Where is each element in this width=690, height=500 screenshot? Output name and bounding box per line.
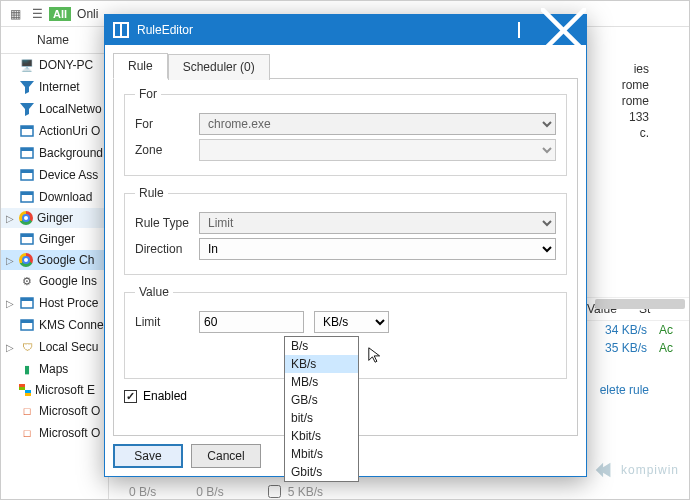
tree-item-label: Ginger	[39, 232, 75, 246]
tab-bar: Rule Scheduler (0)	[113, 53, 578, 79]
tree-item[interactable]: 🖥️DONY-PC	[1, 54, 108, 76]
rate-cell: 0 B/s	[129, 485, 156, 499]
tree-item-label: Download	[39, 190, 92, 204]
tree-item-label: Internet	[39, 80, 80, 94]
limit-input[interactable]	[199, 311, 304, 333]
tree-item[interactable]: Internet	[1, 76, 108, 98]
tab-scheduler[interactable]: Scheduler (0)	[168, 54, 270, 80]
tree-item-label: Background	[39, 146, 103, 160]
unit-option[interactable]: bit/s	[285, 409, 358, 427]
tree-item[interactable]: ▷🛡Local Secu	[1, 336, 108, 358]
status-cell: Ac	[659, 341, 679, 355]
unit-option[interactable]: Gbit/s	[285, 463, 358, 481]
svg-rect-3	[21, 148, 33, 151]
for-label: For	[135, 117, 199, 131]
rule-type-select[interactable]: Limit	[199, 212, 556, 234]
svg-rect-1	[21, 126, 33, 129]
all-badge[interactable]: All	[49, 7, 71, 21]
unit-option[interactable]: MB/s	[285, 373, 358, 391]
tree-item-label: Maps	[39, 362, 68, 376]
tree-item-label: KMS Conne	[39, 318, 104, 332]
value-cell: 34 KB/s	[605, 323, 647, 337]
expand-icon[interactable]: ▷	[5, 298, 15, 309]
value-cell: 35 KB/s	[605, 341, 647, 355]
status-cell: Ac	[659, 323, 679, 337]
tree-item[interactable]: KMS Conne	[1, 314, 108, 336]
rule-group: Rule Rule Type Limit Direction In	[124, 186, 567, 275]
svg-rect-7	[21, 192, 33, 195]
tree-item-label: Local Secu	[39, 340, 98, 354]
minimize-button[interactable]	[451, 15, 496, 45]
value-legend: Value	[135, 285, 173, 299]
svg-rect-9	[21, 234, 33, 237]
tree-item[interactable]: ▮Maps	[1, 358, 108, 380]
expand-icon[interactable]: ▷	[5, 213, 15, 224]
tree-item-label: Device Ass	[39, 168, 98, 182]
cancel-button[interactable]: Cancel	[191, 444, 261, 468]
process-tree-panel: Name 🖥️DONY-PCInternetLocalNetwoActionUr…	[1, 27, 109, 499]
tree-item-label: LocalNetwo	[39, 102, 102, 116]
tree-item[interactable]: ▷Host Proce	[1, 292, 108, 314]
toolbar-grid-icon[interactable]: ▦	[5, 5, 25, 23]
tree-item-label: Ginger	[37, 211, 73, 225]
tree-item-label: Microsoft E	[35, 383, 95, 397]
tree-item-label: Microsoft O	[39, 404, 100, 418]
zone-label: Zone	[135, 143, 199, 157]
tree-item[interactable]: Ginger	[1, 228, 108, 250]
unit-option[interactable]: GB/s	[285, 391, 358, 409]
tree-item[interactable]: Download	[1, 186, 108, 208]
watermark: kompiwin	[593, 459, 679, 481]
titlebar[interactable]: RuleEditor	[105, 15, 586, 45]
rule-type-label: Rule Type	[135, 216, 199, 230]
tree-item[interactable]: □Microsoft O	[1, 400, 108, 422]
tree-item[interactable]: LocalNetwo	[1, 98, 108, 120]
unit-select[interactable]: KB/s	[314, 311, 389, 333]
unit-option[interactable]: Mbit/s	[285, 445, 358, 463]
online-label-truncated: Onli	[77, 7, 98, 21]
unit-option[interactable]: Kbit/s	[285, 427, 358, 445]
svg-rect-13	[21, 320, 33, 323]
svg-rect-5	[21, 170, 33, 173]
tree-item[interactable]: ▷Google Ch	[1, 250, 108, 270]
for-group: For For chrome.exe Zone	[124, 87, 567, 176]
direction-select[interactable]: In	[199, 238, 556, 260]
name-column-header[interactable]: Name	[1, 27, 108, 54]
save-button[interactable]: Save	[113, 444, 183, 468]
svg-rect-11	[21, 298, 33, 301]
tree-item[interactable]: □Microsoft O	[1, 422, 108, 444]
tab-rule[interactable]: Rule	[113, 53, 168, 79]
tree-item-label: Google Ins	[39, 274, 97, 288]
enabled-checkbox[interactable]	[124, 390, 137, 403]
expand-icon[interactable]: ▷	[5, 255, 15, 266]
zone-select[interactable]	[199, 139, 556, 161]
for-legend: For	[135, 87, 161, 101]
tree-item-label: Google Ch	[37, 253, 94, 267]
tree-item-label: DONY-PC	[39, 58, 93, 72]
expand-icon[interactable]: ▷	[5, 342, 15, 353]
rule-legend: Rule	[135, 186, 168, 200]
direction-label: Direction	[135, 242, 199, 256]
app-icon	[113, 22, 129, 38]
tree-item-label: Host Proce	[39, 296, 98, 310]
toolbar-list-icon[interactable]: ☰	[27, 5, 47, 23]
unit-option[interactable]: KB/s	[285, 355, 358, 373]
close-button[interactable]	[541, 15, 586, 45]
limit-label: Limit	[135, 315, 199, 329]
unit-option[interactable]: B/s	[285, 337, 358, 355]
maximize-button[interactable]	[496, 15, 541, 45]
tree-item-label: ActionUri O	[39, 124, 100, 138]
rate-cell: 0 B/s	[196, 485, 223, 499]
unit-dropdown-list[interactable]: B/sKB/sMB/sGB/sbit/sKbit/sMbit/sGbit/s	[284, 336, 359, 482]
enabled-label: Enabled	[143, 389, 187, 403]
window-title: RuleEditor	[137, 23, 451, 37]
tree-item[interactable]: ActionUri O	[1, 120, 108, 142]
horizontal-scrollbar[interactable]	[595, 299, 685, 309]
tree-item[interactable]: ▷Ginger	[1, 208, 108, 228]
for-select[interactable]: chrome.exe	[199, 113, 556, 135]
tree-item[interactable]: Background	[1, 142, 108, 164]
tree-item-label: Microsoft O	[39, 426, 100, 440]
tree-item[interactable]: Microsoft E	[1, 380, 108, 400]
tree-item[interactable]: Device Ass	[1, 164, 108, 186]
tree-item[interactable]: ⚙Google Ins	[1, 270, 108, 292]
rate-checkbox[interactable]: 5 KB/s	[264, 482, 323, 500]
